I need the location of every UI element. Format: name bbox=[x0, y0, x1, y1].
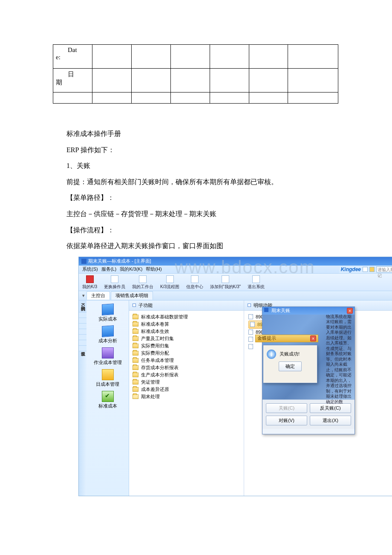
doc-title: 标准成本操作手册 bbox=[66, 126, 339, 142]
tb-label: 信息中心 bbox=[186, 284, 203, 290]
doc-line: 主控台－供应链－存货管理－期末处理－期末关账 bbox=[66, 206, 339, 222]
module-cost-analysis[interactable]: 成本分析 bbox=[86, 326, 129, 344]
stack-icon bbox=[102, 369, 114, 380]
strip-bi[interactable]: 商业智能 bbox=[79, 340, 86, 346]
layers-icon bbox=[102, 347, 114, 358]
tab-main[interactable]: 主控台 bbox=[86, 291, 110, 300]
tree-item[interactable]: 标准成本生效 bbox=[133, 328, 240, 335]
doc-line: 1、关账 bbox=[66, 158, 339, 174]
folder-icon bbox=[133, 344, 138, 348]
tab-report[interactable]: 项销售成本明细 bbox=[111, 291, 153, 300]
strip-myk3[interactable]: 我的K/3 bbox=[79, 301, 86, 313]
tree-item[interactable]: 任务单成本管理 bbox=[133, 357, 240, 364]
tb-label: 我的工作台 bbox=[132, 284, 153, 290]
tree-header: 子功能 bbox=[138, 302, 153, 309]
ok-button[interactable]: 确定 bbox=[279, 361, 302, 371]
document-icon bbox=[248, 330, 253, 335]
dialog-title: 期末关账 bbox=[271, 308, 290, 313]
brand-icon bbox=[363, 267, 368, 272]
menu-service[interactable]: 服务(L) bbox=[101, 266, 117, 272]
close-icon[interactable]: × bbox=[347, 308, 353, 314]
module-label: 实际成本 bbox=[98, 316, 117, 322]
tree-item[interactable]: 期末处理 bbox=[133, 393, 240, 400]
tree-label: 实际费用归集 bbox=[141, 343, 169, 349]
tree-item[interactable]: 标准成本基础数据管理 bbox=[133, 313, 240, 321]
tree-label: 标准成本生效 bbox=[141, 328, 169, 335]
tb-info[interactable]: 信息中心 bbox=[186, 275, 203, 290]
tb-flowchart[interactable]: K/3流程图 bbox=[160, 275, 179, 290]
brand-bar: Kingdee 请输入助记 bbox=[339, 266, 392, 273]
module-panel: 实际成本 成本分析 作业成本管理 日成本管理 标准成本 bbox=[86, 301, 129, 496]
exit-icon bbox=[252, 275, 260, 283]
tree-panel: 子功能 标准成本基础数据管理 标准成本卷算 标准成本生效 产量及工时归集 实际费… bbox=[129, 301, 244, 496]
document-icon bbox=[248, 337, 253, 342]
shield-icon bbox=[102, 325, 114, 337]
menu-myk3[interactable]: 我的K/3(K) bbox=[119, 266, 143, 272]
folder-icon bbox=[133, 387, 138, 392]
close-account-button[interactable]: 关账(C) bbox=[266, 403, 307, 413]
tree-label: 产量及工时归集 bbox=[141, 335, 174, 342]
module-label: 日成本管理 bbox=[96, 381, 119, 387]
menu-help[interactable]: 帮助(H) bbox=[145, 266, 162, 272]
tb-label: 更换操作员 bbox=[104, 284, 125, 290]
strip-finance[interactable]: 财务统计 bbox=[79, 312, 86, 318]
document-icon bbox=[248, 314, 253, 319]
menu-system[interactable]: 系统(S) bbox=[81, 266, 99, 272]
tree-item[interactable]: 生产成本分析报表 bbox=[133, 371, 240, 379]
tree-item[interactable]: 存货成本分析报表 bbox=[133, 364, 240, 371]
tree-label: 凭证管理 bbox=[141, 379, 160, 385]
check-icon bbox=[102, 391, 114, 402]
strip-sys[interactable]: 系统设置 bbox=[79, 346, 86, 351]
reconcile-button[interactable]: 对账(V) bbox=[266, 416, 307, 425]
cube-icon bbox=[102, 304, 114, 315]
tb-exit[interactable]: 退出系统 bbox=[248, 275, 265, 290]
toolbar: 我的K/3 更换操作员 我的工作台 K/3流程图 信息中心 添加到"我的K/3"… bbox=[79, 273, 392, 291]
brand-icon bbox=[369, 267, 375, 272]
module-label: 标准成本 bbox=[98, 403, 117, 409]
tab-menu-icon[interactable]: ▾ bbox=[81, 293, 86, 298]
close-icon[interactable]: × bbox=[310, 335, 316, 341]
tree-item[interactable]: 产量及工时归集 bbox=[133, 335, 240, 342]
folder-icon bbox=[133, 322, 138, 327]
date-label-2: 日 bbox=[56, 70, 89, 78]
tree-item[interactable]: 实际费用分配 bbox=[133, 350, 240, 357]
tree-item[interactable]: 成本差异还原 bbox=[133, 386, 240, 393]
doc-line: 依据菜单路径进入期末关账操作窗口，窗口界面如图 bbox=[66, 238, 339, 254]
document-icon bbox=[248, 344, 253, 349]
document-body: 标准成本操作手册 ERP 操作如下： 1、关账 前提：通知所有相关部门关账时间，… bbox=[66, 126, 339, 254]
search-input[interactable]: 请输入助记 bbox=[376, 266, 392, 272]
strip-prod[interactable]: 生产管理 bbox=[79, 335, 86, 340]
strip-scm[interactable]: 供应链 bbox=[79, 318, 86, 324]
exit-button[interactable]: 退出(X) bbox=[310, 416, 351, 425]
tb-switch-user[interactable]: 更换操作员 bbox=[104, 275, 125, 290]
folder-icon bbox=[133, 336, 138, 341]
tb-label: 我的K/3 bbox=[82, 284, 97, 290]
flow-icon bbox=[166, 275, 174, 283]
square-icon bbox=[248, 304, 251, 307]
tree-item[interactable]: 标准成本卷算 bbox=[133, 321, 240, 328]
tree-item[interactable]: 凭证管理 bbox=[133, 379, 240, 386]
tree-label: 实际费用分配 bbox=[141, 350, 169, 356]
module-actual-cost[interactable]: 实际成本 bbox=[86, 304, 129, 322]
tip-text: 关账成功! bbox=[280, 351, 300, 357]
tree-label: 成本差异还原 bbox=[141, 386, 169, 393]
dialog-icon bbox=[264, 308, 268, 312]
folder-icon bbox=[133, 329, 138, 334]
tb-myk3[interactable]: 我的K/3 bbox=[82, 275, 97, 290]
tb-add-myk3[interactable]: 添加到"我的K/3" bbox=[210, 275, 241, 290]
date-label-1b: e: bbox=[56, 54, 61, 61]
tb-workbench[interactable]: 我的工作台 bbox=[132, 275, 153, 290]
doc-line: 【操作流程】： bbox=[66, 222, 339, 238]
strip-plan[interactable]: 计划管理 bbox=[79, 329, 86, 335]
tooltip-text: 物流系统在期末结账前，需要对本期的出入库单据进行后续处理。如出入库核算、生成凭证… bbox=[326, 314, 355, 405]
module-standard-cost[interactable]: 标准成本 bbox=[86, 391, 129, 409]
dialog-success-tip: i 关账成功! 确定 bbox=[263, 345, 317, 383]
module-activity-cost[interactable]: 作业成本管理 bbox=[86, 347, 129, 366]
tree-label: 生产成本分析报表 bbox=[141, 372, 179, 378]
tree-item[interactable]: 实际费用归集 bbox=[133, 342, 240, 350]
kingdee-logo: Kingdee bbox=[341, 266, 361, 272]
strip-cost[interactable]: 成本管理 bbox=[79, 324, 86, 329]
folder-icon bbox=[133, 373, 138, 377]
module-daily-cost[interactable]: 日成本管理 bbox=[86, 369, 129, 387]
window-title: 期末关账—标准成本 - [主界面] bbox=[88, 258, 151, 264]
